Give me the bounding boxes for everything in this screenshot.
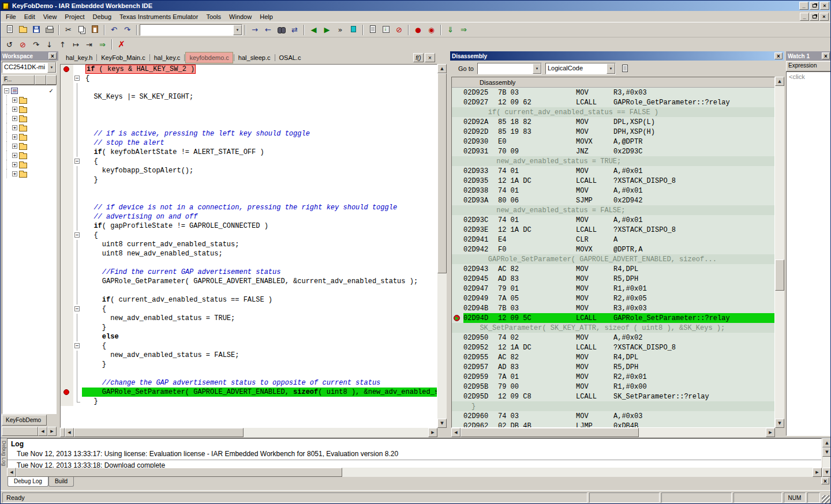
disassembly-titlebar[interactable]: Disassembly × (450, 51, 784, 61)
code-line[interactable]: if( current_adv_enabled_status == FALSE … (61, 295, 437, 304)
expand-icon[interactable]: + (12, 97, 17, 103)
step-over-button[interactable]: ↷ (29, 38, 43, 51)
disassembly-close-button[interactable]: × (774, 52, 783, 59)
workspace-folder-node[interactable]: + (2, 160, 56, 169)
minimize-button[interactable]: _ (799, 2, 808, 10)
watch-add-placeholder[interactable]: <click (789, 73, 805, 80)
disassembly-line[interactable]: 02D94779 01MOVR1,#0x01 (452, 284, 774, 294)
disassembly-line[interactable]: 02D93C74 01MOVA,#0x01 (452, 215, 774, 225)
workspace-column-icon[interactable] (35, 75, 46, 85)
menu-help[interactable]: Help (256, 12, 277, 21)
disassembly-line[interactable]: 02D94D12 09 5CLCALLGAPRole_SetParameter:… (452, 313, 774, 323)
code-line[interactable]: keyfobapp_StopAlert(); (61, 166, 437, 175)
editor-vertical-scrollbar[interactable]: ▲ ▼ (437, 64, 447, 428)
code-line[interactable]: if ( keys & HAL_KEY_SW_2 ) (61, 65, 437, 74)
fold-gutter[interactable] (73, 360, 82, 369)
scroll-down-icon[interactable]: ▼ (822, 468, 831, 477)
disassembly-line[interactable]: 02D93E12 1A DCLCALL?XSTACK_DISPO_8 (452, 225, 774, 235)
scroll-right-icon[interactable]: ▶ (428, 428, 437, 437)
scrollbar-thumb[interactable] (16, 468, 342, 477)
make-button[interactable] (379, 24, 392, 36)
fold-gutter[interactable] (73, 175, 82, 185)
breakpoint-gutter[interactable] (61, 231, 73, 240)
scroll-up-icon[interactable]: ▲ (775, 77, 784, 86)
fold-gutter[interactable] (73, 295, 82, 304)
dropdown-arrow-icon[interactable]: ▼ (533, 63, 541, 74)
breakpoint-gutter[interactable] (61, 369, 73, 378)
fold-gutter[interactable] (73, 148, 82, 157)
output-tab-build[interactable]: Build (48, 477, 74, 487)
fold-gutter[interactable] (73, 221, 82, 231)
fold-gutter[interactable]: − (73, 304, 82, 314)
breakpoint-gutter[interactable] (61, 111, 73, 120)
fold-gutter[interactable] (73, 240, 82, 249)
disassembly-line[interactable]: 02D95D12 09 C8LCALLSK_SetParameter::?rel… (452, 392, 774, 401)
breakpoint-icon[interactable] (63, 66, 69, 72)
fold-collapse-icon[interactable]: − (74, 306, 80, 311)
code-line[interactable]: if( keyfobAlertState != ALERT_STATE_OFF … (61, 148, 437, 157)
code-line[interactable]: if( gapProfileState != GAPROLE_CONNECTED… (61, 221, 437, 231)
disassembly-line[interactable]: 02D93A80 06SJMP0x2D942 (452, 195, 774, 205)
disassembly-line[interactable]: 02D9257B 03MOVR3,#0x03 (452, 88, 774, 97)
disassembly-line[interactable]: 02D957AD 83MOVR5,DPH (452, 362, 774, 372)
breakpoint-gutter[interactable] (61, 268, 73, 277)
fold-gutter[interactable] (73, 268, 82, 277)
breakpoint-gutter[interactable] (61, 138, 73, 148)
code-line[interactable]: // stop the alert (61, 138, 437, 148)
code-line[interactable]: } (61, 323, 437, 332)
run-to-cursor-button[interactable]: ⇥ (83, 38, 96, 51)
workspace-folder-node[interactable]: + (2, 141, 56, 151)
toggle-bookmark-button[interactable] (347, 24, 360, 36)
new-document-button[interactable] (3, 24, 16, 36)
fold-gutter[interactable] (73, 92, 82, 101)
fold-gutter[interactable] (73, 111, 82, 120)
breakpoint-gutter[interactable] (61, 249, 73, 258)
next-statement-button[interactable]: ↦ (69, 38, 83, 51)
code-line[interactable]: } (61, 360, 437, 369)
disassembly-line[interactable]: 02D941E4CLRA (452, 235, 774, 245)
expand-icon[interactable]: + (12, 116, 17, 121)
fold-collapse-icon[interactable]: − (74, 159, 80, 164)
disassembly-source-line[interactable]: } (452, 401, 774, 411)
fold-gutter[interactable] (73, 314, 82, 323)
code-line[interactable] (61, 185, 437, 194)
fold-gutter[interactable] (73, 166, 82, 175)
breakpoint-gutter[interactable] (61, 212, 73, 221)
watch-expression-column-header[interactable]: Expression (786, 61, 831, 72)
reset-button[interactable]: ↺ (3, 38, 16, 51)
workspace-horizontal-scrollbar[interactable]: ◀ ▶ (2, 427, 57, 436)
workspace-config-dropdown[interactable]: CC2541DK-mi ▼ (2, 62, 57, 73)
fold-gutter[interactable] (73, 351, 82, 360)
breakpoint-gutter[interactable] (61, 129, 73, 138)
fold-gutter[interactable] (73, 277, 82, 286)
menu-window[interactable]: Window (225, 12, 256, 21)
debug-without-downloading-button[interactable]: ⇒ (457, 24, 470, 36)
paste-button[interactable] (88, 24, 102, 36)
code-line[interactable]: − { (61, 157, 437, 166)
scrollbar-thumb[interactable] (461, 428, 639, 437)
code-line[interactable]: GAPRole_SetParameter( GAPROLE_ADVERT_ENA… (61, 388, 437, 397)
breakpoint-gutter[interactable] (61, 258, 73, 268)
disassembly-source-line[interactable]: GAPRole_SetParameter( GAPROLE_ADVERT_ENA… (452, 254, 774, 264)
open-file-button[interactable] (16, 24, 29, 36)
breakpoint-gutter[interactable] (61, 185, 73, 194)
cut-button[interactable]: ✂ (62, 24, 75, 36)
breakpoint-gutter[interactable] (61, 341, 73, 351)
disassembly-line[interactable]: 02D930E0MOVXA,@DPTR (452, 137, 774, 146)
expand-icon[interactable]: + (12, 125, 17, 130)
code-line[interactable]: // if device is not in a connection, pre… (61, 203, 437, 212)
breakpoint-gutter[interactable] (61, 397, 73, 406)
disassembly-source-line[interactable]: new_adv_enabled_status = TRUE; (452, 156, 774, 166)
fold-gutter[interactable] (73, 203, 82, 212)
fold-gutter[interactable] (73, 369, 82, 378)
code-line[interactable] (61, 194, 437, 203)
go-button[interactable]: ⇒ (96, 38, 109, 51)
watch-body[interactable]: <click (786, 72, 831, 436)
fold-gutter[interactable] (73, 258, 82, 268)
breakpoint-gutter[interactable] (61, 101, 73, 111)
scroll-left-icon[interactable]: ◀ (38, 427, 47, 436)
fold-gutter[interactable] (73, 185, 82, 194)
scroll-left-icon[interactable]: ◀ (451, 428, 461, 437)
navigate-forward-button[interactable]: ▶ (320, 24, 334, 36)
breakpoint-gutter[interactable] (61, 166, 73, 175)
